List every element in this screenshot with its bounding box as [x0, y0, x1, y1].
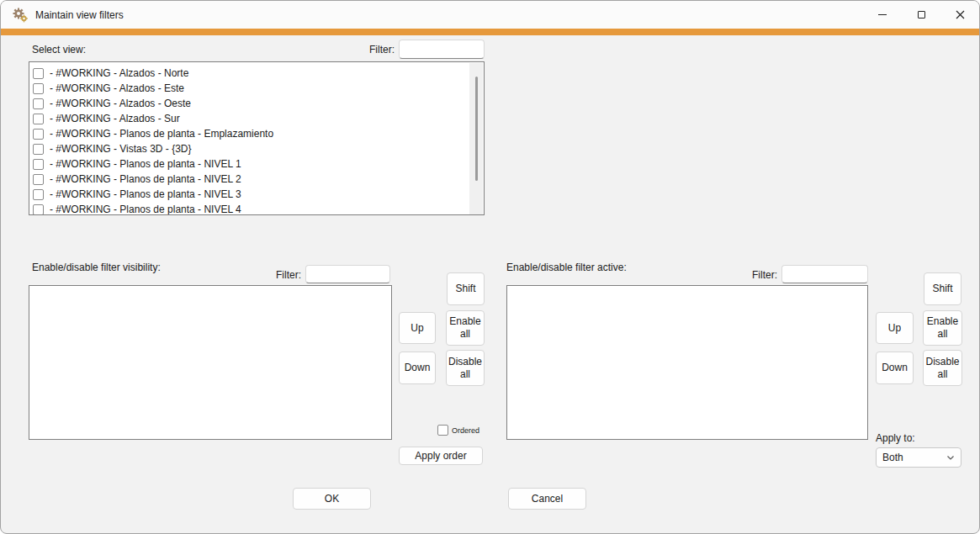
view-item-checkbox[interactable] — [33, 159, 44, 170]
close-button[interactable] — [940, 1, 979, 29]
view-list-item[interactable]: - #WORKING - Vistas 3D - {3D} — [33, 141, 484, 156]
visibility-disable-all-button[interactable]: Disable all — [446, 350, 485, 386]
visibility-label: Enable/disable filter visibility: — [32, 262, 161, 273]
apply-to-value: Both — [882, 452, 903, 463]
apply-to-dropdown[interactable]: Both — [876, 447, 961, 468]
ordered-checkbox-row: Ordered — [437, 425, 479, 436]
view-list-item[interactable]: - #WORKING - Alzados - Norte — [33, 66, 484, 81]
active-enable-all-button[interactable]: Enable all — [923, 310, 962, 346]
title-bar: Maintain view filters — [1, 1, 979, 29]
ordered-label: Ordered — [452, 426, 479, 435]
view-item-checkbox[interactable] — [33, 68, 44, 79]
active-list[interactable] — [506, 285, 868, 440]
ok-button[interactable]: OK — [293, 488, 371, 510]
cancel-button[interactable]: Cancel — [508, 488, 586, 510]
close-icon — [956, 10, 965, 19]
view-item-checkbox[interactable] — [33, 204, 44, 215]
maximize-button[interactable] — [902, 1, 940, 29]
active-filter-label: Filter: — [718, 269, 777, 281]
gears-icon — [12, 7, 29, 24]
view-list-item[interactable]: - #WORKING - Alzados - Oeste — [33, 96, 484, 111]
select-view-list-items: - #WORKING - Alzados - Norte- #WORKING -… — [29, 62, 484, 215]
view-item-label: - #WORKING - Alzados - Oeste — [50, 98, 191, 109]
view-item-label: - #WORKING - Planos de planta - NIVEL 3 — [50, 188, 241, 200]
active-up-button[interactable]: Up — [876, 312, 914, 344]
view-item-checkbox[interactable] — [33, 98, 44, 109]
visibility-filter-label: Filter: — [242, 269, 301, 281]
view-item-label: - #WORKING - Vistas 3D - {3D} — [50, 143, 192, 155]
scrollbar-thumb[interactable] — [475, 77, 478, 181]
view-item-label: - #WORKING - Planos de planta - NIVEL 1 — [50, 158, 241, 170]
view-item-checkbox[interactable] — [33, 83, 44, 94]
view-list-item[interactable]: - #WORKING - Planos de planta - NIVEL 2 — [33, 172, 484, 187]
visibility-list[interactable] — [29, 285, 392, 440]
maintain-view-filters-dialog: Maintain view filters Select view: Filte… — [0, 0, 980, 534]
select-view-filter-input[interactable] — [399, 40, 485, 59]
view-list-item[interactable]: - #WORKING - Alzados - Sur — [33, 111, 484, 126]
view-item-checkbox[interactable] — [33, 144, 44, 155]
visibility-enable-all-button[interactable]: Enable all — [446, 310, 485, 346]
view-list-item[interactable]: - #WORKING - Alzados - Este — [33, 81, 484, 96]
view-item-label: - #WORKING - Alzados - Sur — [50, 113, 180, 124]
view-list-item[interactable]: - #WORKING - Planos de planta - Emplazam… — [33, 126, 484, 141]
apply-order-button[interactable]: Apply order — [399, 447, 483, 465]
view-item-label: - #WORKING - Alzados - Norte — [50, 67, 188, 79]
window-title: Maintain view filters — [35, 9, 124, 21]
visibility-down-button[interactable]: Down — [399, 352, 436, 384]
select-view-list[interactable]: - #WORKING - Alzados - Norte- #WORKING -… — [29, 61, 485, 215]
view-item-checkbox[interactable] — [33, 174, 44, 185]
view-item-label: - #WORKING - Planos de planta - Emplazam… — [50, 128, 273, 140]
active-label: Enable/disable filter active: — [506, 262, 627, 273]
minimize-icon — [878, 14, 887, 15]
view-item-label: - #WORKING - Planos de planta - NIVEL 2 — [50, 173, 241, 185]
select-view-label: Select view: — [32, 44, 86, 56]
chevron-down-icon — [946, 453, 955, 462]
visibility-up-button[interactable]: Up — [399, 312, 436, 344]
minimize-button[interactable] — [863, 1, 902, 29]
view-item-checkbox[interactable] — [33, 189, 44, 200]
visibility-shift-button[interactable]: Shift — [447, 272, 485, 305]
view-list-item[interactable]: - #WORKING - Planos de planta - NIVEL 1 — [33, 156, 484, 172]
active-down-button[interactable]: Down — [876, 352, 914, 384]
view-item-label: - #WORKING - Planos de planta - NIVEL 4 — [50, 204, 241, 215]
active-disable-all-button[interactable]: Disable all — [923, 350, 962, 386]
active-shift-button[interactable]: Shift — [924, 272, 961, 305]
active-filter-input[interactable] — [781, 265, 868, 283]
select-view-scrollbar[interactable] — [469, 63, 483, 215]
apply-to-label: Apply to: — [876, 432, 915, 444]
visibility-filter-input[interactable] — [305, 265, 390, 283]
view-item-checkbox[interactable] — [33, 114, 44, 124]
accent-bar — [1, 29, 979, 35]
select-view-filter-label: Filter: — [336, 44, 395, 56]
maximize-icon — [918, 11, 925, 19]
view-item-label: - #WORKING - Alzados - Este — [50, 82, 184, 94]
view-item-checkbox[interactable] — [33, 129, 44, 140]
view-list-item[interactable]: - #WORKING - Planos de planta - NIVEL 3 — [33, 187, 484, 202]
view-list-item[interactable]: - #WORKING - Planos de planta - NIVEL 4 — [33, 202, 484, 215]
ordered-checkbox[interactable] — [437, 425, 448, 436]
